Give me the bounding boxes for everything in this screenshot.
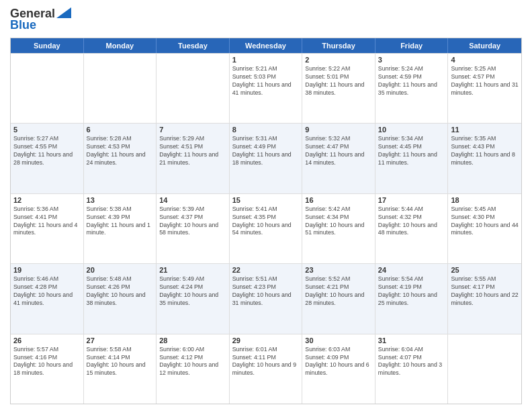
cell-info: Sunrise: 5:44 AM Sunset: 4:32 PM Dayligh… [378,205,445,238]
calendar-cell: 5Sunrise: 5:27 AM Sunset: 4:55 PM Daylig… [11,124,84,193]
logo-blue-text: Blue [10,18,36,32]
calendar-cell: 8Sunrise: 5:31 AM Sunset: 4:49 PM Daylig… [230,124,303,193]
logo-icon [56,7,71,18]
logo: General Blue [10,7,71,32]
day-number: 22 [232,266,300,274]
cell-info: Sunrise: 5:45 AM Sunset: 4:30 PM Dayligh… [451,205,519,238]
day-number: 17 [378,196,445,204]
day-number: 11 [451,126,519,134]
calendar-cell: 31Sunrise: 6:04 AM Sunset: 4:07 PM Dayli… [375,334,449,404]
calendar-row-5: 26Sunrise: 5:57 AM Sunset: 4:16 PM Dayli… [11,334,521,404]
cell-info: Sunrise: 5:41 AM Sunset: 4:35 PM Dayligh… [232,205,300,238]
calendar-cell: 15Sunrise: 5:41 AM Sunset: 4:35 PM Dayli… [230,194,303,263]
cell-info: Sunrise: 5:39 AM Sunset: 4:37 PM Dayligh… [159,205,226,238]
calendar-cell [157,54,230,123]
cell-info: Sunrise: 5:48 AM Sunset: 4:26 PM Dayligh… [87,275,154,308]
cell-info: Sunrise: 5:42 AM Sunset: 4:34 PM Dayligh… [305,205,372,238]
cell-info: Sunrise: 5:35 AM Sunset: 4:43 PM Dayligh… [451,135,519,167]
day-number: 19 [13,266,81,274]
calendar-cell: 17Sunrise: 5:44 AM Sunset: 4:32 PM Dayli… [375,194,449,263]
day-number: 13 [87,196,154,204]
calendar-cell: 20Sunrise: 5:48 AM Sunset: 4:26 PM Dayli… [84,264,157,333]
day-number: 10 [378,126,445,134]
cell-info: Sunrise: 5:29 AM Sunset: 4:51 PM Dayligh… [159,135,226,167]
cell-info: Sunrise: 5:55 AM Sunset: 4:17 PM Dayligh… [451,275,519,308]
page-header: General Blue [10,7,522,32]
calendar-cell: 27Sunrise: 5:58 AM Sunset: 4:14 PM Dayli… [84,334,157,404]
day-number: 28 [159,336,226,345]
cell-info: Sunrise: 5:38 AM Sunset: 4:39 PM Dayligh… [87,205,154,238]
day-number: 12 [13,196,81,204]
header-day-wednesday: Wednesday [230,38,303,53]
day-number: 25 [451,266,519,274]
calendar-cell [11,54,84,123]
calendar-cell: 12Sunrise: 5:36 AM Sunset: 4:41 PM Dayli… [11,194,84,263]
cell-info: Sunrise: 5:52 AM Sunset: 4:21 PM Dayligh… [305,275,372,308]
cell-info: Sunrise: 5:36 AM Sunset: 4:41 PM Dayligh… [13,205,81,238]
day-number: 26 [13,336,81,345]
calendar-row-1: 1Sunrise: 5:21 AM Sunset: 5:03 PM Daylig… [11,53,521,123]
calendar-cell [84,54,157,123]
cell-info: Sunrise: 5:25 AM Sunset: 4:57 PM Dayligh… [451,65,519,97]
calendar-row-4: 19Sunrise: 5:46 AM Sunset: 4:28 PM Dayli… [11,263,521,333]
calendar-cell: 24Sunrise: 5:54 AM Sunset: 4:19 PM Dayli… [375,264,449,333]
calendar-cell: 23Sunrise: 5:52 AM Sunset: 4:21 PM Dayli… [302,264,375,333]
calendar-cell: 4Sunrise: 5:25 AM Sunset: 4:57 PM Daylig… [448,54,521,123]
cell-info: Sunrise: 5:27 AM Sunset: 4:55 PM Dayligh… [13,135,81,167]
day-number: 3 [378,56,445,64]
header-day-saturday: Saturday [448,38,521,53]
calendar-page: General Blue SundayMondayTuesdayWednesda… [0,0,532,411]
day-number: 7 [159,126,226,134]
header-day-friday: Friday [375,38,449,53]
calendar-cell: 30Sunrise: 6:03 AM Sunset: 4:09 PM Dayli… [302,334,375,404]
calendar-cell: 10Sunrise: 5:34 AM Sunset: 4:45 PM Dayli… [375,124,449,193]
header-day-tuesday: Tuesday [157,38,230,53]
calendar-header: SundayMondayTuesdayWednesdayThursdayFrid… [11,38,521,53]
day-number: 15 [232,196,300,204]
svg-marker-0 [56,7,71,18]
cell-info: Sunrise: 5:28 AM Sunset: 4:53 PM Dayligh… [87,135,154,167]
calendar-cell: 21Sunrise: 5:49 AM Sunset: 4:24 PM Dayli… [157,264,230,333]
day-number: 4 [451,56,519,64]
calendar-cell: 26Sunrise: 5:57 AM Sunset: 4:16 PM Dayli… [11,334,84,404]
calendar-cell: 14Sunrise: 5:39 AM Sunset: 4:37 PM Dayli… [157,194,230,263]
calendar-cell: 2Sunrise: 5:22 AM Sunset: 5:01 PM Daylig… [302,54,375,123]
day-number: 1 [232,56,300,64]
day-number: 20 [87,266,154,274]
day-number: 2 [305,56,372,64]
header-day-thursday: Thursday [302,38,375,53]
calendar-cell [448,334,521,404]
calendar-cell: 3Sunrise: 5:24 AM Sunset: 4:59 PM Daylig… [375,54,449,123]
cell-info: Sunrise: 5:32 AM Sunset: 4:47 PM Dayligh… [305,135,372,167]
calendar-cell: 25Sunrise: 5:55 AM Sunset: 4:17 PM Dayli… [448,264,521,333]
cell-info: Sunrise: 6:04 AM Sunset: 4:07 PM Dayligh… [378,346,445,378]
calendar-cell: 16Sunrise: 5:42 AM Sunset: 4:34 PM Dayli… [302,194,375,263]
day-number: 29 [232,336,300,345]
cell-info: Sunrise: 5:31 AM Sunset: 4:49 PM Dayligh… [232,135,300,167]
day-number: 5 [13,126,81,134]
calendar-cell: 13Sunrise: 5:38 AM Sunset: 4:39 PM Dayli… [84,194,157,263]
cell-info: Sunrise: 5:46 AM Sunset: 4:28 PM Dayligh… [13,275,81,308]
cell-info: Sunrise: 6:01 AM Sunset: 4:11 PM Dayligh… [232,346,300,378]
calendar-cell: 7Sunrise: 5:29 AM Sunset: 4:51 PM Daylig… [157,124,230,193]
cell-info: Sunrise: 5:22 AM Sunset: 5:01 PM Dayligh… [305,65,372,97]
calendar-cell: 18Sunrise: 5:45 AM Sunset: 4:30 PM Dayli… [448,194,521,263]
day-number: 23 [305,266,372,274]
calendar-cell: 6Sunrise: 5:28 AM Sunset: 4:53 PM Daylig… [84,124,157,193]
cell-info: Sunrise: 5:51 AM Sunset: 4:23 PM Dayligh… [232,275,300,308]
calendar-row-2: 5Sunrise: 5:27 AM Sunset: 4:55 PM Daylig… [11,123,521,193]
cell-info: Sunrise: 5:58 AM Sunset: 4:14 PM Dayligh… [87,346,154,378]
calendar: SundayMondayTuesdayWednesdayThursdayFrid… [10,38,522,404]
cell-info: Sunrise: 5:34 AM Sunset: 4:45 PM Dayligh… [378,135,445,167]
day-number: 24 [378,266,445,274]
cell-info: Sunrise: 6:00 AM Sunset: 4:12 PM Dayligh… [159,346,226,378]
cell-info: Sunrise: 5:21 AM Sunset: 5:03 PM Dayligh… [232,65,300,97]
calendar-cell: 9Sunrise: 5:32 AM Sunset: 4:47 PM Daylig… [302,124,375,193]
calendar-cell: 22Sunrise: 5:51 AM Sunset: 4:23 PM Dayli… [230,264,303,333]
cell-info: Sunrise: 6:03 AM Sunset: 4:09 PM Dayligh… [305,346,372,378]
calendar-cell: 19Sunrise: 5:46 AM Sunset: 4:28 PM Dayli… [11,264,84,333]
day-number: 21 [159,266,226,274]
calendar-cell: 1Sunrise: 5:21 AM Sunset: 5:03 PM Daylig… [230,54,303,123]
calendar-body: 1Sunrise: 5:21 AM Sunset: 5:03 PM Daylig… [11,53,521,404]
cell-info: Sunrise: 5:57 AM Sunset: 4:16 PM Dayligh… [13,346,81,378]
